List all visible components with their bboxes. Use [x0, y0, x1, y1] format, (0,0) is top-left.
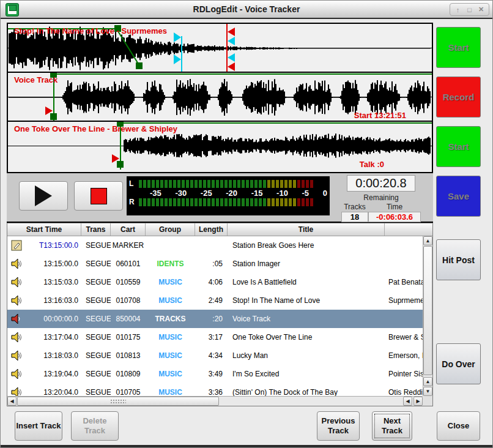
scroll-up-icon[interactable]: ▲ [423, 377, 432, 386]
log-table-header: Start Time Trans Cart Group Length Title [7, 223, 432, 236]
length-cell: :20 [195, 315, 228, 323]
meter-segment [250, 180, 253, 188]
delete-track-button[interactable]: Delete Track [71, 411, 119, 441]
meter-segment [186, 198, 189, 206]
speaker-icon [7, 332, 23, 343]
start-time-cell: 13:15:03.0 [23, 278, 81, 286]
meter-segment [306, 198, 309, 206]
meter-segment [177, 198, 180, 206]
column-header-length[interactable]: Length [195, 223, 228, 236]
log-row[interactable]: T13:15:00.0SEGUEMARKERStation Break Goes… [7, 236, 423, 255]
close-button[interactable]: Close [437, 411, 480, 441]
title-cell: Stop! In The Name of Love [228, 296, 385, 305]
trans-cell: SEGUE [81, 333, 111, 342]
log-row[interactable]: 13:19:04.0SEGUE010809MUSIC3:49I'm So Exc… [7, 365, 423, 383]
hit-post-button[interactable]: Hit Post [436, 239, 481, 280]
fade-end-handle[interactable] [136, 62, 143, 69]
meter-segment [267, 198, 270, 206]
horizontal-scroll-thumb[interactable] [17, 397, 219, 406]
segue-start-marker-line[interactable] [181, 36, 182, 72]
trans-cell: SEGUE [81, 278, 111, 286]
vertical-scroll-thumb[interactable] [423, 246, 432, 375]
tracks-remaining-value: 18 [341, 212, 368, 222]
column-header-title[interactable]: Title [228, 223, 385, 236]
column-header-cart[interactable]: Cart [111, 223, 146, 236]
meter-segment [139, 180, 142, 188]
column-header-group[interactable]: Group [146, 223, 195, 236]
window-bottom-edge [1, 445, 492, 447]
rdlogedit-voice-tracker-window: RDLogEdit - Voice Tracker ↑ □ ✕ Stop! In… [0, 0, 493, 448]
log-row[interactable]: 13:20:04.0SEGUE010705MUSIC3:36(Sittin' O… [7, 383, 423, 396]
shade-window-icon[interactable]: ↑ [453, 5, 463, 14]
scroll-down-icon[interactable]: ▼ [423, 387, 432, 396]
meter-segment [156, 198, 159, 206]
save-button[interactable]: Save [436, 176, 481, 217]
end-marker-handle-icon[interactable] [228, 28, 235, 36]
segue-marker-handle-icon[interactable] [174, 54, 181, 64]
horizontal-scrollbar[interactable]: ◀ ◀ ▶ [7, 396, 423, 406]
log-row[interactable]: 00:00:00.0SEGUE850004TRACKS:20Voice Trac… [7, 310, 423, 328]
column-header-blank[interactable] [385, 223, 432, 236]
stop-button[interactable] [74, 181, 123, 211]
start-time-cell: 13:20:04.0 [23, 388, 81, 396]
log-row[interactable]: 13:15:03.0SEGUE010559MUSIC4:06Love Is A … [7, 273, 423, 291]
meter-segment [310, 198, 313, 206]
waveform-track-next-event[interactable]: One Toke Over The Line - Brewer & Shiple… [8, 122, 432, 170]
artist-cell: Suprmemes [385, 296, 423, 305]
meter-segment [297, 198, 300, 206]
meter-segment [190, 180, 193, 188]
time-remaining-label: Time [368, 203, 421, 211]
title-cell: Station Imager [228, 259, 385, 268]
log-row[interactable]: 13:18:03.0SEGUE010813MUSIC4:34Lucky ManE… [7, 346, 423, 365]
insert-track-button[interactable]: Insert Track [15, 411, 62, 441]
log-row[interactable]: 13:15:00.0SEGUE060101IDENTS:05Station Im… [7, 255, 423, 273]
title-cell: Love Is A Battlefield [228, 278, 385, 286]
meter-segment [212, 198, 215, 206]
title-bar[interactable]: RDLogEdit - Voice Tracker ↑ □ ✕ [1, 1, 492, 19]
maximize-window-icon[interactable]: □ [464, 5, 475, 14]
end-marker-handle-icon[interactable] [228, 62, 235, 71]
title-cell: I'm So Excited [228, 370, 385, 378]
scroll-left-icon[interactable]: ◀ [403, 397, 412, 406]
playhead-marker-icon[interactable] [112, 154, 119, 163]
meter-segment [216, 198, 219, 206]
title-cell: Station Break Goes Here [228, 241, 385, 250]
vertical-scrollbar[interactable]: ▲ ▲ ▼ [423, 236, 432, 396]
stop-icon [91, 188, 107, 204]
meter-segment [173, 198, 176, 206]
record-button[interactable]: Record [436, 77, 481, 118]
meter-scale-label: -30 [175, 189, 187, 198]
segue-end-handle-icon[interactable] [228, 37, 235, 45]
log-row[interactable]: 13:16:03.0SEGUE010708MUSIC2:49Stop! In T… [7, 291, 423, 310]
waveform-track-previous-event[interactable]: Stop! In The Name of Love - Suprmemes [8, 24, 432, 73]
scroll-up-icon[interactable]: ▲ [423, 236, 432, 245]
scroll-left-icon[interactable]: ◀ [7, 397, 17, 406]
meter-segment [254, 180, 258, 188]
next-track-button[interactable]: Next Track [372, 411, 412, 441]
meter-segment [280, 198, 283, 206]
log-row[interactable]: 13:17:04.0SEGUE010175MUSIC3:17One Toke O… [7, 328, 423, 346]
time-remaining-value: -0:06:03.6 [368, 212, 421, 222]
close-window-icon[interactable]: ✕ [476, 5, 486, 14]
play-icon [35, 185, 52, 206]
do-over-button[interactable]: Do Over [436, 343, 481, 384]
playhead-marker-icon[interactable] [45, 106, 53, 115]
trans-cell: SEGUE [81, 241, 111, 250]
meter-segment [242, 180, 245, 188]
column-header-start-time[interactable]: Start Time [7, 223, 81, 236]
play-button[interactable] [19, 181, 68, 211]
waveform-track-voice-track[interactable]: Voice Track Start 13:21:51 [8, 73, 432, 122]
previous-track-button[interactable]: Previous Track [317, 411, 360, 441]
segue-end-handle-icon[interactable] [228, 53, 235, 62]
start-previous-button[interactable]: Start [436, 27, 481, 68]
group-cell: IDENTS [146, 259, 195, 268]
segue-marker-handle-icon[interactable] [174, 32, 181, 42]
speaker-icon [7, 258, 23, 269]
start-next-button[interactable]: Start [436, 126, 481, 167]
column-header-trans[interactable]: Trans [81, 223, 111, 236]
scroll-right-icon[interactable]: ▶ [413, 397, 423, 406]
meter-segment [293, 198, 296, 206]
meter-segment [276, 198, 279, 206]
meter-segment [237, 198, 240, 206]
meter-segment [280, 180, 283, 188]
